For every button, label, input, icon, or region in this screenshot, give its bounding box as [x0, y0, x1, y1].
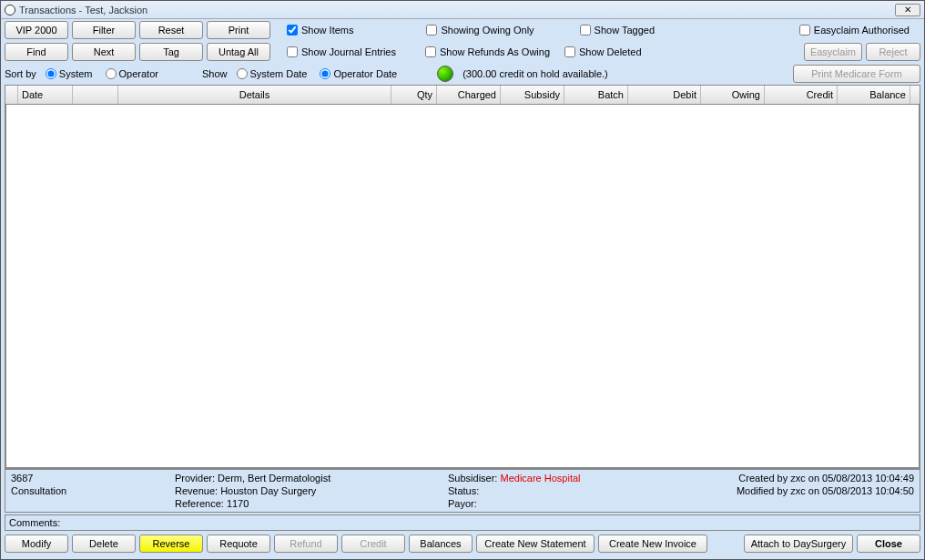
- requote-button[interactable]: Requote: [207, 535, 270, 553]
- print-medicare-button[interactable]: Print Medicare Form: [793, 65, 920, 83]
- col-date[interactable]: Date: [18, 86, 73, 104]
- untag-all-button[interactable]: Untag All: [207, 43, 270, 61]
- show-journal-checkbox[interactable]: Show Journal Entries: [287, 46, 396, 57]
- delete-button[interactable]: Delete: [72, 535, 136, 553]
- col-debit[interactable]: Debit: [628, 86, 701, 104]
- show-sysdate-radio[interactable]: System Date: [237, 68, 308, 79]
- sort-row: Sort by System Operator Show System Date…: [1, 63, 924, 85]
- find-button[interactable]: Find: [5, 43, 68, 61]
- showing-owing-checkbox[interactable]: Showing Owing Only: [426, 25, 534, 36]
- credit-indicator-icon: [437, 66, 453, 82]
- info-created: Created by zxc on 05/08/2013 10:04:49: [659, 473, 914, 484]
- transactions-table: Date Details Qty Charged Subsidy Batch D…: [5, 85, 920, 469]
- info-reference: 1170: [227, 498, 249, 509]
- table-header: Date Details Qty Charged Subsidy Batch D…: [5, 86, 920, 104]
- window-title: Transactions - Test, Jacksion: [19, 5, 895, 15]
- show-label: Show: [202, 68, 228, 79]
- credit-message: (300.00 credit on hold available.): [462, 68, 608, 79]
- close-button[interactable]: Close: [857, 535, 920, 553]
- show-tagged-checkbox[interactable]: Show Tagged: [580, 25, 655, 36]
- col-qty[interactable]: Qty: [391, 86, 437, 104]
- create-statement-button[interactable]: Create New Statement: [476, 535, 595, 553]
- titlebar: Transactions - Test, Jacksion ✕: [1, 1, 924, 19]
- app-icon: [5, 5, 15, 15]
- sort-system-radio[interactable]: System: [46, 68, 93, 79]
- reverse-button[interactable]: Reverse: [139, 535, 203, 553]
- col-subsidy[interactable]: Subsidy: [501, 86, 564, 104]
- info-id: 3687: [11, 473, 175, 484]
- toolbar-row-1: VIP 2000 Filter Reset Print Show Items S…: [1, 19, 924, 41]
- create-invoice-button[interactable]: Create New Invoice: [598, 535, 707, 553]
- balances-button[interactable]: Balances: [409, 535, 473, 553]
- info-modified: Modified by zxc on 05/08/2013 10:04:50: [659, 485, 914, 496]
- next-button[interactable]: Next: [72, 43, 136, 61]
- col-owing[interactable]: Owing: [701, 86, 765, 104]
- easyclaim-authorised-checkbox[interactable]: Easyclaim Authorised: [799, 25, 910, 36]
- filter-button[interactable]: Filter: [72, 21, 136, 39]
- col-batch[interactable]: Batch: [564, 86, 628, 104]
- info-subsidiser: Medicare Hospital: [500, 473, 580, 484]
- col-charged[interactable]: Charged: [437, 86, 501, 104]
- vip-2000-button[interactable]: VIP 2000: [5, 21, 68, 39]
- attach-daysurgery-button[interactable]: Attach to DaySurgery: [744, 535, 853, 553]
- col-details[interactable]: Details: [118, 86, 391, 104]
- window-close-button[interactable]: ✕: [895, 4, 920, 16]
- info-provider: Derm, Bert Dermatologist: [218, 473, 330, 484]
- info-revenue: Houston Day Surgery: [220, 485, 316, 496]
- reset-button[interactable]: Reset: [139, 21, 203, 39]
- print-button[interactable]: Print: [207, 21, 270, 39]
- show-items-checkbox[interactable]: Show Items: [287, 25, 353, 36]
- col-balance[interactable]: Balance: [838, 86, 910, 104]
- info-panel: 3687 Provider: Derm, Bert Dermatologist …: [5, 469, 920, 513]
- comments-field[interactable]: Comments:: [5, 514, 920, 531]
- info-type: Consultation: [11, 485, 175, 496]
- refund-button[interactable]: Refund: [274, 535, 338, 553]
- col-credit[interactable]: Credit: [765, 86, 838, 104]
- sortby-label: Sort by: [5, 68, 36, 79]
- show-deleted-checkbox[interactable]: Show Deleted: [564, 46, 642, 57]
- show-refunds-checkbox[interactable]: Show Refunds As Owing: [425, 46, 550, 57]
- sort-operator-radio[interactable]: Operator: [106, 68, 158, 79]
- credit-button[interactable]: Credit: [341, 535, 405, 553]
- tag-button[interactable]: Tag: [139, 43, 203, 61]
- toolbar-row-2: Find Next Tag Untag All Show Journal Ent…: [1, 41, 924, 63]
- bottom-bar: Modify Delete Reverse Requote Refund Cre…: [1, 531, 924, 556]
- reject-button[interactable]: Reject: [866, 43, 920, 61]
- modify-button[interactable]: Modify: [5, 535, 68, 553]
- table-body[interactable]: [5, 104, 920, 468]
- easyclaim-button[interactable]: Easyclaim: [804, 43, 862, 61]
- show-opdate-radio[interactable]: Operator Date: [320, 68, 397, 79]
